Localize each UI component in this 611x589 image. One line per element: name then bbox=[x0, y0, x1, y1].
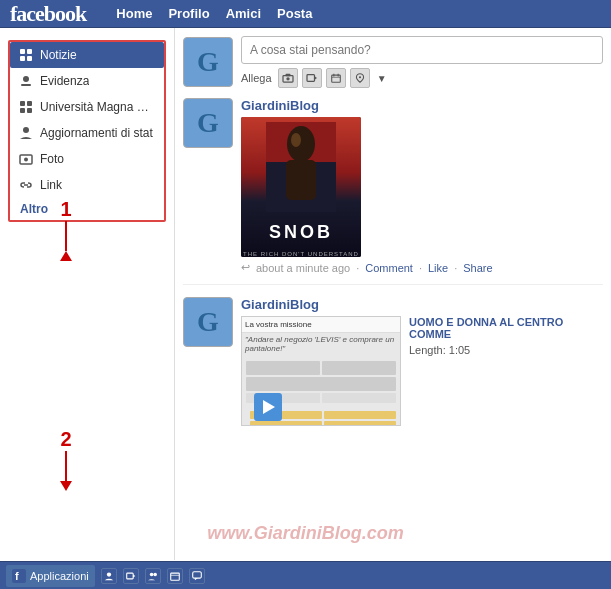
svg-rect-17 bbox=[307, 75, 315, 82]
post1-share[interactable]: Share bbox=[463, 262, 492, 274]
svg-rect-32 bbox=[126, 573, 132, 579]
video-right-title: UOMO E DONNA AL CENTRO COMME bbox=[409, 316, 603, 340]
sidebar-label-evidenza: Evidenza bbox=[40, 74, 89, 88]
foto-icon bbox=[18, 151, 34, 167]
svg-rect-7 bbox=[27, 101, 32, 106]
taskbar-applicazioni[interactable]: f Applicazioni bbox=[6, 565, 95, 587]
video-progress bbox=[250, 421, 322, 426]
video-right-info: UOMO E DONNA AL CENTRO COMME Length: 1:0… bbox=[401, 316, 603, 426]
attach-bar: Allega ▼ bbox=[241, 68, 603, 88]
post1-avatar: G bbox=[183, 98, 233, 148]
taskbar-icon-4[interactable] bbox=[167, 568, 183, 584]
post2-content: GiardiniBlog La vostra missione "Andare … bbox=[241, 297, 603, 426]
sidebar-label-aggiornamenti: Aggiornamenti di stat bbox=[40, 126, 153, 140]
nav-posta[interactable]: Posta bbox=[277, 6, 312, 21]
arrow-line-1 bbox=[65, 221, 67, 251]
aggiornamenti-icon bbox=[18, 125, 34, 141]
fb-icon: f bbox=[12, 569, 26, 583]
post1-meta: ↩ about a minute ago · Comment · Like · … bbox=[241, 261, 603, 274]
video-icon bbox=[126, 571, 136, 581]
sidebar-item-notizie[interactable]: Notizie bbox=[10, 42, 164, 68]
svg-rect-36 bbox=[170, 573, 179, 580]
svg-point-31 bbox=[107, 572, 111, 576]
arrow-line-2 bbox=[65, 451, 67, 481]
dot1: · bbox=[356, 262, 359, 274]
nav-profilo[interactable]: Profilo bbox=[168, 6, 209, 21]
video-length-value: 1:05 bbox=[449, 344, 470, 356]
svg-marker-18 bbox=[314, 76, 317, 79]
svg-rect-6 bbox=[20, 101, 25, 106]
sidebar-item-foto[interactable]: Foto bbox=[10, 146, 164, 172]
post1-image: SNOB THE RICH DON'T UNDERSTAND bbox=[241, 117, 361, 257]
svg-text:f: f bbox=[15, 570, 19, 582]
video-progress bbox=[324, 411, 396, 419]
svg-rect-9 bbox=[27, 108, 32, 113]
attach-location-icon[interactable] bbox=[350, 68, 370, 88]
svg-rect-3 bbox=[27, 56, 32, 61]
post1-like[interactable]: Like bbox=[428, 262, 448, 274]
sidebar-item-link[interactable]: Link bbox=[10, 172, 164, 198]
attach-video-icon[interactable] bbox=[302, 68, 322, 88]
svg-rect-38 bbox=[192, 571, 201, 577]
taskbar-apps-label: Applicazioni bbox=[30, 570, 89, 582]
svg-point-15 bbox=[286, 77, 289, 80]
video-length: Length: 1:05 bbox=[409, 344, 603, 356]
attach-dropdown-icon[interactable]: ▼ bbox=[374, 70, 390, 86]
person-icon bbox=[104, 571, 114, 581]
sidebar-item-universita[interactable]: Università Magna Gre bbox=[10, 94, 164, 120]
calendar-icon bbox=[170, 571, 180, 581]
svg-rect-1 bbox=[27, 49, 32, 54]
taskbar-icon-2[interactable] bbox=[123, 568, 139, 584]
post1-content: GiardiniBlog bbox=[241, 98, 603, 274]
attach-calendar-icon[interactable] bbox=[326, 68, 346, 88]
notizie-icon bbox=[18, 47, 34, 63]
user-avatar: G bbox=[183, 37, 233, 87]
status-input[interactable] bbox=[241, 36, 603, 64]
post2-author[interactable]: GiardiniBlog bbox=[241, 297, 603, 312]
post2-avatar: G bbox=[183, 297, 233, 347]
facebook-logo: facebook bbox=[10, 1, 86, 27]
arrow-up-1 bbox=[60, 251, 72, 261]
snob-poster: SNOB THE RICH DON'T UNDERSTAND bbox=[241, 117, 361, 257]
svg-point-23 bbox=[359, 76, 361, 78]
video-cell bbox=[322, 393, 396, 403]
svg-point-10 bbox=[23, 127, 29, 133]
status-input-area: Allega ▼ bbox=[241, 36, 603, 88]
sidebar-item-evidenza[interactable]: Evidenza bbox=[10, 68, 164, 94]
universita-icon bbox=[18, 99, 34, 115]
post-1: G GiardiniBlog bbox=[183, 98, 603, 285]
svg-point-26 bbox=[287, 126, 315, 162]
post1-author[interactable]: GiardiniBlog bbox=[241, 98, 603, 113]
annotation-1: 1 bbox=[60, 198, 72, 261]
snob-text: SNOB bbox=[269, 222, 333, 251]
nav-home[interactable]: Home bbox=[116, 6, 152, 21]
post1-comment[interactable]: Comment bbox=[365, 262, 413, 274]
svg-marker-33 bbox=[133, 574, 135, 577]
video-progress bbox=[324, 421, 396, 426]
top-navbar: facebook Home Profilo Amici Posta bbox=[0, 0, 611, 28]
annotation-label-2: 2 bbox=[60, 428, 71, 451]
arrow-down-2 bbox=[60, 481, 72, 491]
attach-photo-icon[interactable] bbox=[278, 68, 298, 88]
svg-rect-0 bbox=[20, 49, 25, 54]
taskbar-icon-5[interactable] bbox=[189, 568, 205, 584]
nav-links: Home Profilo Amici Posta bbox=[116, 6, 312, 21]
taskbar-icon-3[interactable] bbox=[145, 568, 161, 584]
nav-amici[interactable]: Amici bbox=[226, 6, 261, 21]
video-title-overlay: La vostra missione bbox=[242, 317, 400, 333]
svg-point-4 bbox=[23, 76, 29, 82]
taskbar-icon-1[interactable] bbox=[101, 568, 117, 584]
chat-icon bbox=[192, 571, 202, 581]
content-area: G Allega ▼ bbox=[175, 28, 611, 560]
video-mission: "Andare al negozio 'LEVIS' e comprare un… bbox=[242, 333, 400, 355]
sidebar-altro[interactable]: Altro bbox=[10, 198, 164, 220]
video-thumbnail: La vostra missione "Andare al negozio 'L… bbox=[241, 316, 401, 426]
svg-rect-5 bbox=[21, 84, 31, 86]
sidebar-item-aggiornamenti[interactable]: Aggiornamenti di stat bbox=[10, 120, 164, 146]
svg-point-12 bbox=[24, 158, 28, 162]
video-play-button[interactable] bbox=[254, 393, 282, 421]
play-triangle-icon bbox=[263, 400, 275, 414]
svg-rect-27 bbox=[286, 160, 316, 200]
annotation-label-1: 1 bbox=[60, 198, 71, 221]
obama-silhouette bbox=[266, 122, 336, 212]
